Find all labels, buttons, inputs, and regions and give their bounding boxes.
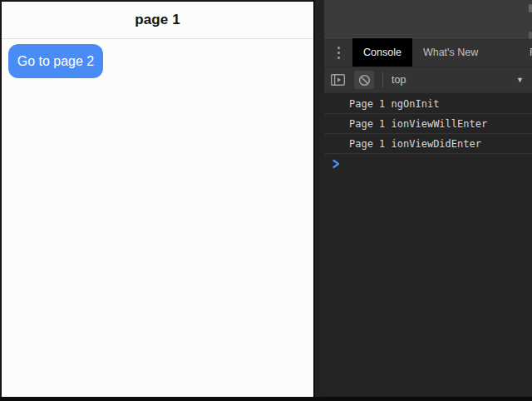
kebab-menu-icon[interactable] bbox=[324, 38, 352, 67]
devtools-tab-bar: Console What's New R bbox=[324, 37, 532, 67]
console-prompt[interactable] bbox=[324, 154, 532, 174]
scrollbar-thumb[interactable] bbox=[529, 32, 532, 39]
devtools-panel: Console What's New R bbox=[324, 0, 532, 397]
console-toolbar: top ▼ bbox=[324, 67, 532, 93]
devtools-top-area bbox=[324, 0, 532, 37]
console-message: Page 1 ngOnInit bbox=[324, 94, 532, 114]
clear-console-icon bbox=[358, 74, 371, 87]
app-window: page 1 Go to page 2 bbox=[0, 0, 313, 397]
show-console-sidebar-button[interactable] bbox=[328, 71, 347, 89]
window-divider[interactable] bbox=[313, 0, 324, 401]
app-header: page 1 bbox=[2, 2, 313, 39]
console-message-text: Page 1 ionViewWillEnter bbox=[349, 118, 487, 130]
scrollbar-thumb[interactable] bbox=[529, 4, 532, 12]
console-message: Page 1 ionViewWillEnter bbox=[324, 114, 532, 134]
clear-console-button[interactable] bbox=[354, 71, 374, 89]
page-title: page 1 bbox=[135, 12, 180, 28]
chevron-down-icon[interactable]: ▼ bbox=[513, 74, 527, 86]
toolbar-separator bbox=[382, 72, 383, 87]
screen: page 1 Go to page 2 Console What's New R bbox=[0, 0, 532, 401]
console-message-text: Page 1 ionViewDidEnter bbox=[349, 138, 481, 150]
bottom-edge bbox=[0, 397, 532, 401]
tab-whats-new[interactable]: What's New bbox=[412, 38, 489, 67]
console-message-text: Page 1 ngOnInit bbox=[349, 98, 439, 110]
tab-console[interactable]: Console bbox=[352, 38, 412, 67]
app-content: Go to page 2 bbox=[2, 44, 313, 78]
javascript-context-selector[interactable]: top bbox=[392, 74, 406, 86]
console-sidebar-icon bbox=[331, 74, 345, 86]
console-output: Page 1 ngOnInit Page 1 ionViewWillEnter … bbox=[324, 94, 532, 397]
go-to-page-2-button[interactable]: Go to page 2 bbox=[8, 44, 103, 78]
console-message: Page 1 ionViewDidEnter bbox=[324, 134, 532, 154]
console-prompt-icon bbox=[332, 159, 340, 169]
